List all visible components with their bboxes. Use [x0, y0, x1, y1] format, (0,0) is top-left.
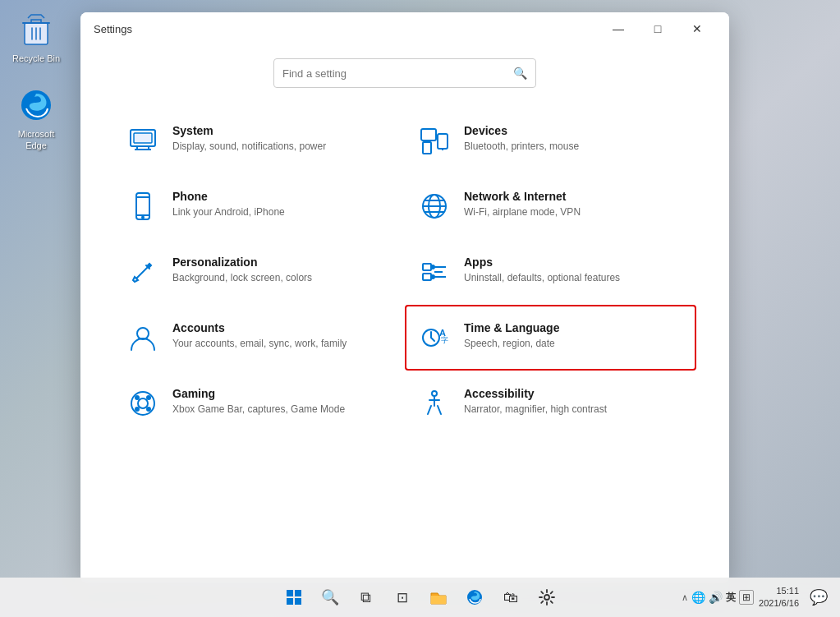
edge-icon: [16, 85, 56, 125]
svg-rect-5: [423, 142, 431, 154]
gaming-title: Gaming: [172, 387, 392, 400]
personalization-icon: [126, 256, 159, 288]
svg-rect-33: [295, 590, 301, 596]
maximize-button[interactable]: □: [639, 16, 677, 41]
svg-rect-14: [423, 264, 431, 270]
volume-icon[interactable]: 🔊: [709, 591, 723, 604]
settings-item-system[interactable]: System Display, sound, notifications, po…: [113, 108, 405, 173]
window-controls: — □ ✕: [599, 16, 716, 41]
window-titlebar: Settings — □ ✕: [80, 12, 729, 45]
accessibility-desc: Narrator, magnifier, high contrast: [464, 403, 683, 417]
system-text: System Display, sound, notifications, po…: [172, 124, 392, 154]
settings-item-gaming[interactable]: Gaming Xbox Game Bar, captures, Game Mod…: [113, 371, 405, 436]
settings-item-time-language[interactable]: A 字 Time & Language Speech, region, date: [405, 305, 696, 371]
svg-text:字: 字: [441, 336, 448, 344]
devices-icon: [418, 124, 451, 157]
settings-content: System Display, sound, notifications, po…: [80, 108, 729, 583]
settings-grid: System Display, sound, notifications, po…: [113, 108, 696, 436]
edge-taskbar-button[interactable]: [458, 581, 491, 614]
svg-point-27: [135, 396, 139, 399]
system-icon: [126, 124, 159, 157]
taskbar-sys-icons: ∧ 🌐 🔊 英 ⊞: [682, 590, 754, 605]
ime-icon[interactable]: ⊞: [739, 590, 754, 605]
svg-point-10: [142, 217, 144, 219]
taskbar-datetime[interactable]: 15:11 2021/6/16: [759, 585, 799, 610]
accounts-title: Accounts: [172, 321, 392, 334]
phone-title: Phone: [172, 190, 392, 203]
taskbar-date-value: 2021/6/16: [759, 597, 799, 610]
settings-window: Settings — □ ✕ 🔍: [80, 12, 729, 583]
svg-point-28: [147, 396, 150, 399]
desktop: Recycle Bin Microsoft Edge Settings — □ …: [0, 0, 840, 617]
gaming-text: Gaming Xbox Game Bar, captures, Game Mod…: [172, 387, 392, 417]
widgets-button[interactable]: ⊡: [386, 581, 419, 614]
settings-item-phone[interactable]: Phone Link your Android, iPhone: [113, 173, 405, 239]
personalization-desc: Background, lock screen, colors: [172, 271, 392, 285]
settings-item-personalization[interactable]: Personalization Background, lock screen,…: [113, 239, 405, 305]
time-language-title: Time & Language: [464, 321, 683, 334]
start-button[interactable]: [278, 581, 310, 614]
taskbar-center: 🔍 ⧉ ⊡ 🛍: [278, 581, 563, 614]
search-area: 🔍: [80, 45, 729, 108]
settings-item-apps[interactable]: Apps Uninstall, defaults, optional featu…: [405, 239, 696, 305]
phone-icon: [126, 190, 159, 223]
gaming-icon: [126, 387, 159, 420]
store-button[interactable]: 🛍: [494, 581, 527, 614]
svg-rect-32: [287, 590, 293, 596]
svg-rect-34: [287, 598, 293, 605]
task-view-button[interactable]: ⧉: [350, 581, 383, 614]
network-text: Network & Internet Wi-Fi, airplane mode,…: [464, 190, 683, 219]
taskbar-time-value: 15:11: [759, 585, 799, 597]
desktop-icon-edge[interactable]: Microsoft Edge: [3, 82, 69, 155]
language-icon[interactable]: 英: [726, 591, 736, 605]
personalization-title: Personalization: [172, 256, 392, 269]
recycle-bin-icon: [16, 10, 56, 49]
svg-point-19: [431, 265, 434, 269]
system-desc: Display, sound, notifications, power: [172, 140, 392, 154]
svg-point-20: [431, 275, 434, 279]
apps-desc: Uninstall, defaults, optional features: [464, 271, 683, 285]
svg-point-25: [131, 392, 154, 415]
system-title: System: [172, 124, 392, 137]
search-icon: 🔍: [513, 67, 527, 80]
phone-desc: Link your Android, iPhone: [172, 205, 392, 219]
svg-rect-15: [423, 274, 431, 280]
apps-text: Apps Uninstall, defaults, optional featu…: [464, 256, 683, 285]
settings-item-network[interactable]: Network & Internet Wi-Fi, airplane mode,…: [405, 173, 696, 239]
network-icon: [418, 190, 451, 223]
accessibility-title: Accessibility: [464, 387, 683, 400]
close-button[interactable]: ✕: [678, 16, 716, 41]
accounts-text: Accounts Your accounts, email, sync, wor…: [172, 321, 392, 351]
edge-label: Microsoft Edge: [7, 128, 66, 152]
search-input[interactable]: [282, 67, 507, 80]
settings-item-accounts[interactable]: Accounts Your accounts, email, sync, wor…: [113, 305, 405, 371]
apps-icon: [418, 256, 451, 288]
time-language-desc: Speech, region, date: [464, 337, 683, 351]
gaming-desc: Xbox Game Bar, captures, Game Mode: [172, 403, 392, 417]
minimize-button[interactable]: —: [599, 16, 637, 41]
time-language-text: Time & Language Speech, region, date: [464, 321, 683, 351]
file-explorer-button[interactable]: [422, 581, 455, 614]
accounts-desc: Your accounts, email, sync, work, family: [172, 337, 392, 351]
search-taskbar-button[interactable]: 🔍: [314, 581, 347, 614]
svg-rect-4: [421, 129, 436, 140]
settings-item-accessibility[interactable]: Accessibility Narrator, magnifier, high …: [405, 371, 696, 436]
notification-button[interactable]: 💬: [804, 582, 833, 612]
settings-taskbar-button[interactable]: [530, 581, 563, 614]
network-desc: Wi-Fi, airplane mode, VPN: [464, 205, 683, 219]
svg-point-26: [138, 398, 148, 408]
svg-point-37: [544, 595, 549, 600]
chevron-icon[interactable]: ∧: [682, 592, 688, 603]
network-title: Network & Internet: [464, 190, 683, 203]
time-language-icon: A 字: [418, 321, 451, 354]
svg-point-21: [137, 328, 149, 339]
desktop-icon-recycle-bin[interactable]: Recycle Bin: [3, 7, 69, 67]
svg-rect-35: [295, 598, 301, 605]
settings-item-devices[interactable]: Devices Bluetooth, printers, mouse: [405, 108, 696, 173]
taskbar-right: ∧ 🌐 🔊 英 ⊞ 15:11 2021/6/16 💬: [682, 582, 833, 612]
accounts-icon: [126, 321, 159, 354]
personalization-text: Personalization Background, lock screen,…: [172, 256, 392, 285]
devices-desc: Bluetooth, printers, mouse: [464, 140, 683, 154]
network-sys-icon: 🌐: [691, 591, 705, 604]
svg-rect-3: [134, 133, 152, 143]
